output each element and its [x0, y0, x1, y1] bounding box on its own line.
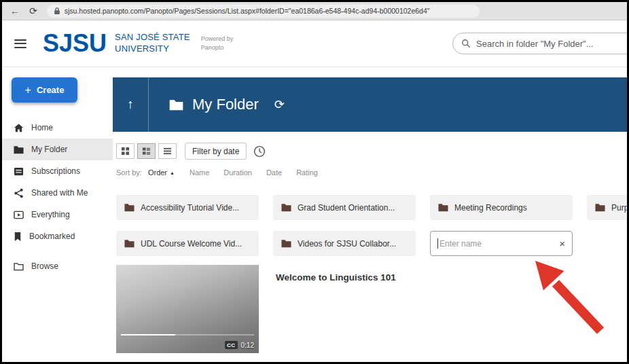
thumbnail-meta: CC 0:12: [225, 341, 254, 349]
sidebar-item-label: Browse: [31, 261, 58, 271]
university-line2: UNIVERSITY: [115, 43, 190, 55]
new-folder-name-field: ×: [430, 231, 573, 256]
folder-icon: [595, 203, 605, 212]
sort-option-name[interactable]: Name: [190, 168, 209, 177]
folder-card-label: Grad Student Orientation...: [298, 203, 395, 213]
text-cursor: [437, 238, 438, 249]
powered-by-panopto: Powered by Panopto: [201, 35, 234, 52]
create-button-label: Create: [37, 85, 64, 95]
folder-icon: [14, 145, 24, 154]
folder-card-label: UDL Course Welcome Vid...: [141, 239, 242, 249]
new-folder-name-input[interactable]: [439, 239, 556, 249]
folder-icon: [281, 203, 291, 212]
everything-icon: [14, 210, 24, 220]
scheduled-recordings-button[interactable]: [253, 145, 266, 158]
video-thumbnail[interactable]: CC 0:12: [116, 265, 259, 353]
url-text: sjsu.hosted.panopto.com/Panopto/Pages/Se…: [65, 7, 430, 15]
session-title[interactable]: Welcome to Linguistics 101: [276, 272, 396, 283]
folder-cards-row-2: UDL Course Welcome Vid... Videos for SJS…: [116, 231, 627, 256]
sort-ascending-icon: ▲: [170, 170, 175, 175]
main-panel: ↑ My Folder ⟳: [113, 67, 627, 361]
sort-option-date[interactable]: Date: [266, 168, 282, 177]
filter-by-date-label: Filter by date: [192, 147, 239, 156]
home-icon: [14, 123, 24, 133]
folder-header-banner: ↑ My Folder ⟳: [113, 77, 627, 132]
folder-card-label: Videos for SJSU Collabor...: [298, 239, 396, 249]
folder-card[interactable]: Grad Student Orientation...: [273, 195, 416, 220]
folder-card[interactable]: Purp: [587, 195, 627, 220]
sidebar-item-subscriptions[interactable]: Subscriptions: [2, 160, 113, 182]
folder-icon: [124, 203, 134, 212]
sort-option-duration[interactable]: Duration: [223, 168, 252, 177]
app-header: SJSU SAN JOSÉ STATE UNIVERSITY Powered b…: [2, 20, 627, 67]
sort-option-rating[interactable]: Rating: [296, 168, 318, 177]
grid-view-icon: [121, 147, 130, 156]
clear-close-icon[interactable]: ×: [559, 238, 565, 249]
sidebar-item-home[interactable]: Home: [2, 117, 113, 139]
browser-toolbar: ← ⟳ sjsu.hosted.panopto.com/Panopto/Page…: [2, 2, 627, 20]
folder-card[interactable]: UDL Course Welcome Vid...: [116, 231, 259, 256]
video-progress-fill: [121, 334, 175, 336]
sort-bar: Sort by: Order ▲ Name Duration Date Rati…: [116, 168, 627, 177]
sidebar-item-label: Home: [31, 123, 53, 132]
address-bar[interactable]: sjsu.hosted.panopto.com/Panopto/Pages/Se…: [47, 5, 480, 18]
sidebar-item-label: Everything: [31, 210, 70, 219]
browse-folder-icon: [14, 262, 24, 271]
sidebar-item-browse[interactable]: Browse: [2, 255, 113, 277]
content-area: + Create Home My Folder: [2, 67, 627, 361]
powered-by-text: Powered by: [201, 35, 234, 43]
university-line1: SAN JOSÉ STATE: [115, 32, 190, 43]
up-one-level-button[interactable]: ↑: [113, 77, 149, 132]
bookmark-icon: [14, 232, 22, 242]
folder-card-label: Purp: [611, 203, 627, 213]
list-thumbnail-view-button[interactable]: [137, 143, 156, 159]
grid-view-button[interactable]: [116, 143, 134, 159]
search-input[interactable]: [476, 39, 629, 49]
folder-icon: [281, 239, 291, 248]
browser-refresh-icon[interactable]: ⟳: [29, 6, 37, 16]
video-progress-bar: [121, 334, 254, 336]
folder-icon: [438, 203, 448, 212]
folder-card-label: Meeting Recordings: [454, 203, 527, 213]
sidebar-item-my-folder[interactable]: My Folder: [2, 139, 113, 160]
video-duration: 0:12: [241, 342, 254, 349]
sidebar-item-label: My Folder: [31, 145, 67, 154]
sidebar-item-label: Bookmarked: [29, 232, 75, 241]
sidebar-item-shared-with-me[interactable]: Shared with Me: [2, 182, 113, 204]
lock-icon: [54, 7, 60, 15]
clock-icon: [253, 145, 266, 158]
sidebar-item-label: Subscriptions: [31, 166, 80, 176]
folder-card[interactable]: Accessibility Tutorial Vide...: [116, 195, 259, 220]
folder-card[interactable]: Videos for SJSU Collabor...: [273, 231, 416, 256]
share-icon: [14, 188, 24, 198]
create-button[interactable]: + Create: [12, 77, 77, 103]
sjsu-logo: SJSU: [43, 29, 107, 58]
sidebar: + Create Home My Folder: [2, 67, 113, 361]
view-toolbar: Filter by date: [116, 143, 627, 160]
sidebar-item-label: Shared with Me: [31, 188, 88, 198]
refresh-folder-icon[interactable]: ⟳: [274, 97, 285, 112]
folder-title-group: My Folder ⟳: [149, 77, 285, 132]
captions-badge: CC: [225, 341, 238, 349]
page-title: My Folder: [192, 96, 259, 113]
plus-icon: +: [25, 84, 31, 96]
folder-card[interactable]: Meeting Recordings: [430, 195, 573, 220]
folder-icon: [124, 239, 134, 248]
app-window: ← ⟳ sjsu.hosted.panopto.com/Panopto/Page…: [0, 0, 629, 364]
sort-order-label: Order: [148, 168, 167, 177]
sidebar-nav: Home My Folder Subscriptions: [2, 117, 113, 277]
menu-icon[interactable]: [14, 39, 26, 48]
folder-icon: [169, 99, 183, 111]
detail-list-view-button[interactable]: [158, 143, 177, 159]
folder-search-box: [452, 33, 629, 54]
browser-back-icon[interactable]: ←: [10, 6, 20, 16]
sort-order-active[interactable]: Order ▲: [148, 168, 175, 177]
sidebar-item-everything[interactable]: Everything: [2, 204, 113, 225]
folder-card-label: Accessibility Tutorial Vide...: [141, 203, 239, 213]
sidebar-item-bookmarked[interactable]: Bookmarked: [2, 225, 113, 247]
detail-list-view-icon: [163, 147, 172, 156]
folder-cards-row-1: Accessibility Tutorial Vide... Grad Stud…: [116, 195, 627, 220]
filter-by-date-button[interactable]: Filter by date: [185, 143, 247, 160]
session-row: CC 0:12 Welcome to Linguistics 101: [116, 265, 627, 353]
list-thumbnail-view-icon: [142, 147, 151, 156]
